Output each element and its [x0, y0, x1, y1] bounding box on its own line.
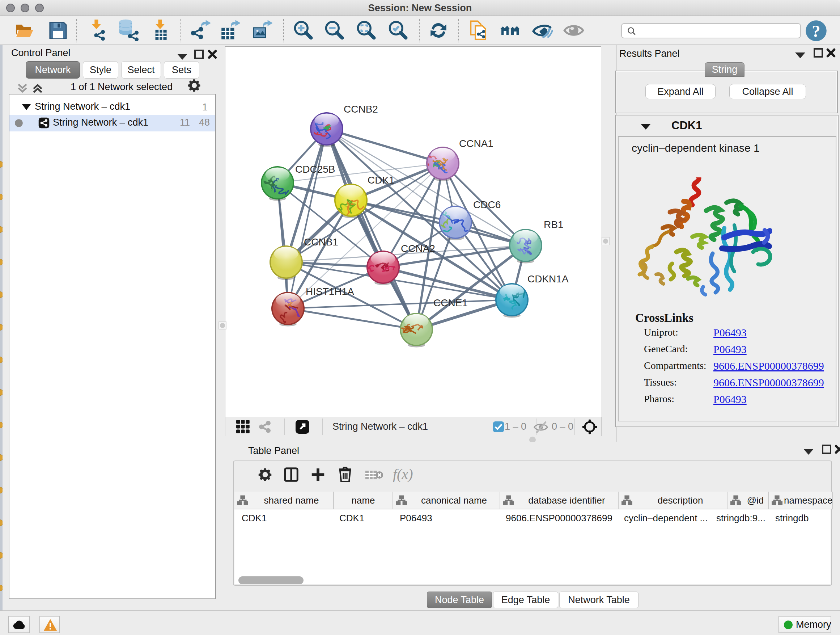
- svg-text:RB1: RB1: [544, 219, 563, 230]
- svg-text:CCNE1: CCNE1: [433, 297, 468, 309]
- svg-text:CCNB1: CCNB1: [304, 236, 338, 248]
- svg-text:HIST1H1A: HIST1H1A: [306, 286, 354, 297]
- svg-text:?: ?: [812, 22, 820, 41]
- svg-text:CDKN1A: CDKN1A: [527, 273, 569, 285]
- svg-text:CDC6: CDC6: [473, 199, 501, 211]
- svg-text:CDC25B: CDC25B: [295, 164, 335, 175]
- svg-text:CDK1: CDK1: [368, 174, 395, 186]
- svg-text:CCNB2: CCNB2: [344, 103, 378, 115]
- svg-text:CCNA1: CCNA1: [459, 138, 493, 149]
- svg-text:CCNA2: CCNA2: [401, 243, 435, 254]
